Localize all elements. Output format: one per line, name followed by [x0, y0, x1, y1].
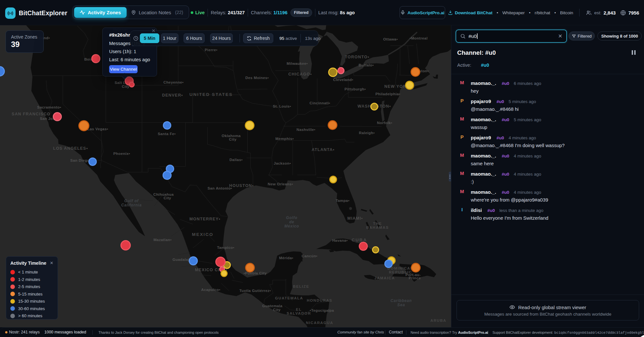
svg-text:Santa Fe•: Santa Fe• [158, 132, 176, 136]
svg-text:SAN FRANCISCO: SAN FRANCISCO [12, 112, 51, 116]
svg-text:ATLANTA•: ATLANTA• [311, 147, 334, 152]
svg-text:DOMINICAN: DOMINICAN [388, 266, 414, 270]
svg-text:HONDURAS: HONDURAS [307, 298, 332, 302]
svg-text:Memphis•: Memphis• [275, 137, 294, 141]
svg-text:Mérida•: Mérida• [279, 256, 293, 260]
svg-text:Dallas•: Dallas• [230, 158, 243, 162]
svg-text:Cancún•: Cancún• [302, 254, 318, 258]
svg-text:Acapulco•: Acapulco• [201, 288, 220, 292]
svg-text:City: City [164, 196, 171, 200]
svg-text:CHICAGO•: CHICAGO• [288, 72, 312, 76]
svg-text:Golfo: Golfo [286, 215, 297, 220]
svg-text:Tampico•: Tampico• [217, 246, 234, 250]
svg-text:Norfolk•: Norfolk• [377, 121, 392, 125]
svg-text:Tampa•: Tampa• [336, 199, 350, 203]
svg-text:MONTERREY•: MONTERREY• [189, 217, 220, 221]
svg-text:St. Louis•: St. Louis• [273, 104, 291, 108]
svg-text:Cincinnati•: Cincinnati• [310, 101, 330, 105]
svg-text:San Diego: San Diego [70, 158, 90, 162]
svg-text:Tuxtla Gutiérrez•: Tuxtla Gutiérrez• [239, 289, 271, 293]
svg-text:BELIZE: BELIZE [293, 285, 310, 288]
svg-text:Des Moines•: Des Moines• [245, 76, 269, 80]
svg-text:Nashville•: Nashville• [297, 128, 316, 132]
svg-text:EL: EL [296, 308, 302, 311]
svg-text:Gulf of: Gulf of [124, 199, 139, 203]
svg-text:California: California [121, 203, 141, 207]
svg-text:LOS ANGELES•: LOS ANGELES• [53, 146, 88, 151]
svg-text:ARUBA: ARUBA [430, 319, 446, 322]
svg-text:de: de [289, 220, 294, 224]
svg-text:MIAMI•: MIAMI• [347, 216, 363, 221]
svg-text:GUATEMALA: GUATEMALA [275, 296, 303, 300]
svg-text:JAMAICA: JAMAICA [374, 276, 395, 280]
svg-text:UNITED STATES: UNITED STATES [189, 92, 233, 97]
svg-text:Buffalo•: Buffalo• [359, 63, 374, 67]
svg-text:BAHAMAS: BAHAMAS [366, 226, 389, 229]
svg-text:HOUSTON•: HOUSTON• [229, 183, 254, 188]
svg-text:•Puebla City: •Puebla City [243, 271, 267, 275]
svg-text:NICARAGUA: NICARAGUA [306, 321, 333, 325]
svg-text:Raleigh•: Raleigh• [359, 131, 375, 135]
svg-text:TORONTO•: TORONTO• [345, 55, 369, 59]
svg-text:Mazatlan•: Mazatlan• [153, 238, 172, 242]
svg-text:New Orleans•: New Orleans• [268, 182, 293, 186]
svg-text:Ottawa•: Ottawa• [383, 37, 398, 41]
svg-text:Milwaukee•: Milwaukee• [287, 62, 308, 65]
svg-text:México: México [284, 224, 299, 228]
svg-text:Philadelphia•: Philadelphia• [376, 92, 401, 96]
svg-text:REPUBLIC: REPUBLIC [389, 270, 412, 274]
svg-text:•Montreal: •Montreal [410, 36, 428, 40]
svg-text:Havana•: Havana• [332, 238, 348, 242]
svg-text:Pittsburgh•: Pittsburgh• [345, 87, 366, 91]
svg-text:Sacramento•: Sacramento• [37, 105, 61, 109]
svg-text:Cleveland•: Cleveland• [333, 78, 353, 82]
svg-text:CUBA: CUBA [352, 238, 367, 242]
svg-text:Las Vegas•: Las Vegas• [87, 127, 108, 131]
svg-text:Pierre•: Pierre• [205, 48, 217, 52]
svg-text:City: City [273, 308, 281, 312]
svg-text:City: City [229, 137, 237, 141]
svg-text:Cheyenne•: Cheyenne• [164, 80, 184, 84]
svg-text:Sea: Sea [397, 303, 405, 307]
svg-text:Caribbean: Caribbean [390, 298, 412, 303]
svg-text:•Tegucigalpa: •Tegucigalpa [310, 308, 334, 312]
svg-text:Jackson•: Jackson• [274, 161, 291, 165]
svg-text:SALVADOR: SALVADOR [287, 311, 311, 315]
svg-text:Guatemala: Guatemala [262, 304, 283, 308]
svg-text:MEXICO: MEXICO [192, 232, 213, 237]
svg-text:Prince: Prince [409, 276, 421, 280]
svg-text:THE: THE [373, 222, 382, 226]
svg-text:San Antonio•: San Antonio• [208, 186, 232, 190]
svg-text:DENVER•: DENVER• [162, 93, 183, 98]
svg-text:Phoenix•: Phoenix• [113, 152, 130, 156]
